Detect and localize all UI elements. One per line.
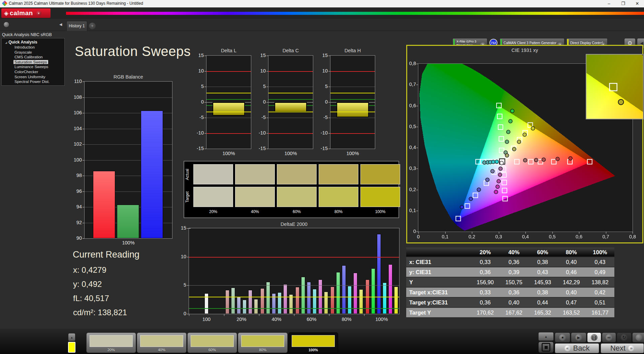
rgb-balance-title: RGB Balance: [84, 74, 172, 80]
cie-y-tick-mark: [416, 232, 418, 232]
back-button[interactable]: « Back: [555, 343, 599, 353]
y-tick-label: 5: [314, 84, 328, 89]
tree-item-luminance-sweeps[interactable]: Luminance Sweeps: [13, 64, 64, 69]
y-tick-mark: [266, 71, 268, 71]
tree-item-label: Screen Uniformity: [13, 75, 46, 79]
tree-item-label: Luminance Sweeps: [13, 65, 49, 69]
pattern-patch-60%[interactable]: 60%: [187, 332, 237, 353]
tree-item-grayscale[interactable]: Grayscale: [13, 50, 64, 55]
cie-x-tick-label: 0,4: [519, 234, 532, 239]
swatch-col-label: 80%: [319, 209, 358, 214]
next-button[interactable]: Next »: [601, 343, 644, 353]
delta-l-chart: 151050-5-10-15: [206, 55, 251, 149]
stop-button[interactable]: ■: [555, 332, 570, 343]
table-cell: 0,36: [500, 257, 528, 267]
spectrum-strip: [66, 12, 644, 15]
single-measure-button[interactable]: [·]: [587, 332, 601, 343]
rgb-balance-xlabel: 100%: [84, 240, 172, 245]
y-tick-mark: [83, 191, 84, 192]
y-tick-label: 15: [173, 225, 186, 231]
y-tick-label: 0: [173, 311, 186, 316]
x-tick-mark: [189, 314, 189, 316]
patch-label: 60%: [188, 348, 237, 352]
minimize-icon[interactable]: –: [602, 0, 616, 7]
y-tick-label: 10: [314, 68, 328, 73]
status-orb-button[interactable]: [3, 22, 9, 28]
actual-swatch: [319, 164, 358, 184]
red-limit-line: [330, 71, 375, 72]
y-tick-mark: [266, 149, 268, 149]
tree-item-cms-calibration[interactable]: CMS Calibration: [13, 55, 64, 60]
pattern-patch-20%[interactable]: 20%: [86, 332, 136, 353]
table-header-cell: 80%: [557, 247, 586, 257]
table-row: Target Y170,62167,62165,32163,52161,77: [406, 308, 614, 317]
play-button[interactable]: ▶: [571, 332, 586, 343]
target-swatch: [193, 187, 233, 207]
red-limit-line: [268, 133, 313, 134]
y-tick-mark: [83, 129, 84, 129]
swatch-col-label: 20%: [193, 209, 233, 214]
deltae-bar: [353, 273, 357, 314]
gridline: [206, 118, 251, 118]
y-tick-mark: [83, 223, 84, 223]
sidebar-collapse-icon[interactable]: ◀: [59, 22, 62, 27]
tab-history-1[interactable]: History 1: [66, 21, 87, 31]
deltae-bar: [266, 282, 270, 314]
limit-line: [189, 257, 399, 258]
menu-dropdown-icon: ▼: [36, 11, 41, 16]
restore-icon[interactable]: ❐: [616, 0, 630, 7]
y-tick-mark: [204, 149, 206, 149]
tree-item-screen-uniformity[interactable]: Screen Uniformity: [13, 75, 64, 80]
measure-icon: [·]: [591, 334, 598, 341]
continuous-measure-button[interactable]: ∞: [602, 332, 616, 343]
yellow-limit-line: [268, 93, 313, 93]
add-tab-button[interactable]: +: [89, 23, 96, 29]
tree-root[interactable]: ◢Quick Analysis: [5, 40, 64, 45]
active-pattern-swatch[interactable]: [68, 342, 75, 353]
stop-measure-button[interactable]: [538, 342, 554, 353]
tree-item-introduction[interactable]: Introduction: [13, 45, 64, 50]
tree-item-saturation-sweeps[interactable]: Saturation Sweeps: [13, 60, 64, 65]
y-tick-label: -15: [190, 146, 204, 151]
delta-c-title: Delta C: [268, 48, 313, 53]
deltae-bar: [237, 297, 241, 314]
pattern-patch-80%[interactable]: 80%: [238, 332, 288, 353]
table-cell: 170,62: [471, 308, 500, 317]
transport-options-button[interactable]: ▲: [538, 332, 554, 341]
pattern-patch-100%[interactable]: 100%: [288, 332, 338, 353]
gridline: [85, 97, 172, 98]
pattern-options-button[interactable]: ▲: [68, 333, 75, 341]
y-tick-mark: [328, 118, 330, 118]
gridline: [268, 118, 313, 118]
tree-item-colorchecker[interactable]: ColorChecker: [13, 69, 64, 75]
x-tick-mark: [329, 314, 329, 316]
calman-app-window: Calman 2025 Calman Ultimate for Business…: [0, 0, 644, 354]
cie-y-tick-mark: [416, 148, 418, 148]
cie-x-tick-label: 0,3: [492, 234, 506, 239]
y-tick-mark: [83, 113, 84, 113]
extra-transport-button[interactable]: [632, 332, 644, 343]
swatch-col-label: 40%: [235, 209, 275, 214]
sync-button[interactable]: ↻: [617, 332, 632, 343]
y-tick-label: -15: [252, 146, 266, 151]
actual-swatch: [277, 164, 317, 184]
logo-diamond-icon: ◈: [4, 10, 8, 16]
close-icon[interactable]: ✕: [631, 0, 644, 7]
pattern-patch-40%[interactable]: 40%: [137, 332, 187, 353]
y-tick-label: 94: [68, 204, 82, 209]
y-tick-label: 10: [173, 254, 186, 259]
calman-menu-button[interactable]: ◈ calman ▼: [1, 8, 51, 18]
cie-y-tick-label: 0,3: [402, 166, 416, 171]
actual-swatch: [193, 164, 233, 184]
next-chevron-icon: »: [628, 345, 634, 351]
y-tick-mark: [204, 118, 206, 118]
x-tick-mark: [364, 314, 364, 316]
y-tick-mark: [187, 257, 189, 257]
y-tick-mark: [328, 102, 330, 102]
tree-item-spectral-power-dist-[interactable]: Spectral Power Dist.: [13, 79, 64, 84]
deltae-title: DeltaE 2000: [189, 222, 399, 227]
deltae-group-label: 20%: [224, 317, 259, 322]
stop-icon: ■: [559, 334, 566, 341]
gridline: [330, 87, 375, 87]
deltae-bar: [336, 272, 340, 314]
